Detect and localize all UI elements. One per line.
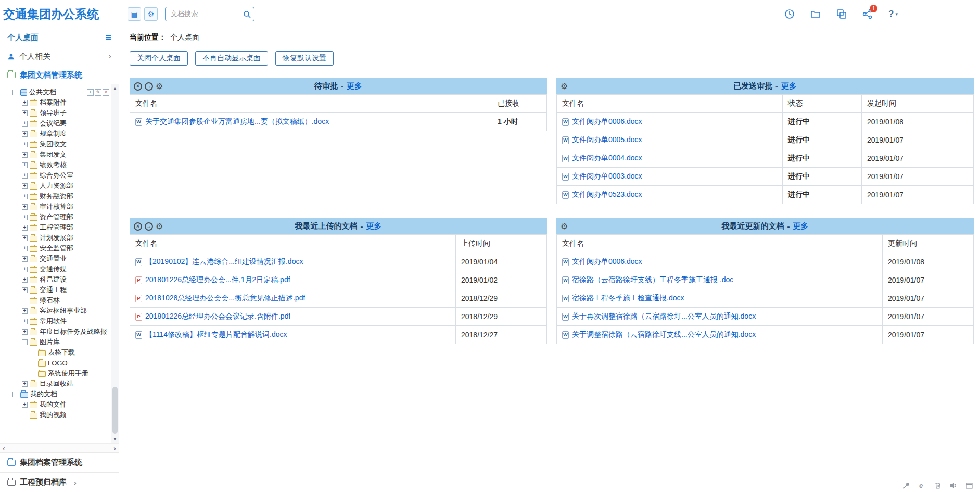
tree-toggle-icon[interactable] [22, 152, 28, 158]
tree-item-label[interactable]: 安全监管部 [40, 244, 73, 253]
tree-item-label[interactable]: 我的视频 [40, 410, 67, 420]
tree-item-label[interactable]: 计划发展部 [40, 233, 73, 243]
trash-icon[interactable] [935, 482, 941, 489]
panel-popout-icon[interactable]: → [145, 82, 153, 91]
more-link[interactable]: 更多 [347, 81, 362, 91]
panel-close-icon[interactable]: × [134, 222, 142, 231]
speaker-icon[interactable] [950, 482, 957, 489]
tree-item[interactable]: 计划发展部 [0, 233, 119, 243]
tree-item[interactable]: 集团发文 [0, 149, 119, 160]
file-link[interactable]: 关于调整宿徐路（云宿路徐圩支线...公室人员的通知.docx [572, 330, 756, 339]
tree-item[interactable]: 科昌建设 [0, 274, 119, 285]
chevron-right-icon[interactable]: › [108, 51, 111, 61]
tree-item[interactable]: 档案附件 [0, 97, 119, 108]
tree-item[interactable]: 交通工程 [0, 285, 119, 295]
tree-item-label[interactable]: 常用软件 [40, 317, 67, 326]
file-link[interactable]: 文件阅办单0006.docx [572, 117, 642, 127]
restore-defaults-button[interactable]: 恢复默认设置 [275, 51, 334, 66]
file-link[interactable]: 【1114修改稿】枢纽专题片配音解说词.docx [145, 330, 287, 339]
file-link[interactable]: 201801226总经理办公会会议记录.含附件.pdf [145, 312, 290, 321]
panel-settings-icon[interactable]: ⚙ [561, 222, 568, 231]
tree-toggle-icon[interactable] [22, 277, 28, 283]
tree-item-label[interactable]: 绩效考核 [40, 160, 67, 170]
tree-item[interactable]: 资产管理部 [0, 212, 119, 222]
tree-item-label[interactable]: 年度目标任务及战略报 [40, 327, 107, 336]
more-link[interactable]: 更多 [366, 221, 382, 231]
sidebar-item-doc-system[interactable]: 集团文档管理系统 [0, 66, 119, 84]
tree-item[interactable]: 图片库 [0, 337, 119, 347]
tree-item[interactable]: 客运枢纽事业部 [0, 306, 119, 316]
tree-item[interactable]: 交通置业 [0, 254, 119, 264]
tree-item[interactable]: 集团收文 [0, 139, 119, 149]
tree-toggle-icon[interactable] [12, 392, 18, 397]
file-link[interactable]: 宿徐路工程冬季施工检查通报.docx [572, 294, 684, 303]
more-link[interactable]: 更多 [781, 81, 797, 91]
history-icon[interactable] [784, 9, 795, 19]
tree-item-label[interactable]: 我的文件 [40, 400, 67, 409]
tree-item[interactable]: 人力资源部 [0, 181, 119, 191]
tree-toggle-icon[interactable] [22, 319, 28, 324]
tree-item[interactable]: 系统使用手册 [0, 368, 119, 379]
scroll-up-icon[interactable]: ▲ [111, 84, 119, 92]
panel-close-icon[interactable]: × [134, 82, 142, 91]
file-link[interactable]: 文件阅办单0006.docx [572, 257, 642, 267]
tree-toggle-icon[interactable] [22, 308, 28, 314]
settings-button[interactable]: ⚙ [144, 7, 158, 21]
tree-item-label[interactable]: 目录回收站 [40, 379, 73, 388]
scroll-right-icon[interactable]: › [113, 444, 116, 452]
file-link[interactable]: 宿徐路（云宿路徐圩支线）工程冬季施工通报 .doc [572, 275, 733, 285]
tree-toggle-icon[interactable] [22, 235, 28, 241]
tree-item-label[interactable]: 集团发文 [40, 150, 67, 159]
delete-node-icon[interactable] [103, 89, 109, 96]
tree-toggle-icon[interactable] [22, 402, 28, 408]
tree-item[interactable]: 领导班子 [0, 108, 119, 118]
tree-toggle-icon[interactable] [22, 194, 28, 199]
add-node-icon[interactable] [87, 89, 94, 96]
tree-item-label[interactable]: 客运枢纽事业部 [40, 306, 87, 316]
file-link[interactable]: 文件阅办单0005.docx [572, 135, 642, 145]
window-icon[interactable] [966, 483, 973, 489]
tree-item-label[interactable]: LOGO [48, 359, 68, 367]
file-link[interactable]: 文件阅办单0003.docx [572, 172, 642, 181]
tree-toggle-icon[interactable] [22, 329, 28, 335]
tree-item-label[interactable]: 交通传媒 [40, 264, 67, 274]
tree-item[interactable]: 规章制度 [0, 129, 119, 139]
search-input[interactable] [165, 7, 254, 21]
tree-item-label[interactable]: 资产管理部 [40, 212, 73, 222]
tree-item[interactable]: 公共文档 [0, 87, 119, 97]
tree-item-label[interactable]: 绿石林 [40, 296, 60, 305]
tree-toggle-icon[interactable] [22, 121, 28, 127]
tree-item[interactable]: 年度目标任务及战略报 [0, 326, 119, 337]
close-desktop-button[interactable]: 关闭个人桌面 [130, 51, 188, 66]
tree-toggle-icon[interactable] [22, 215, 28, 220]
tree-item-label[interactable]: 系统使用手册 [48, 369, 88, 378]
scroll-down-icon[interactable]: ▼ [111, 435, 119, 443]
sidebar-item-personal-related[interactable]: 个人相关 › [0, 47, 119, 66]
tree-item[interactable]: LOGO [0, 358, 119, 368]
file-link[interactable]: 关于交通集团参股企业万富通房地...要（拟文稿纸）.docx [145, 117, 329, 127]
panel-settings-icon[interactable]: ⚙ [156, 222, 163, 231]
tree-item-label[interactable]: 人力资源部 [40, 181, 73, 191]
panel-popout-icon[interactable]: → [145, 222, 153, 231]
file-link[interactable]: 201801226总经理办公会...件,1月2日定稿.pdf [145, 275, 290, 285]
tree-toggle-icon[interactable] [22, 256, 28, 262]
tree-item[interactable]: 目录回收站 [0, 379, 119, 389]
tree-toggle-icon[interactable] [22, 287, 28, 293]
tree-horizontal-scrollbar[interactable]: ‹ › [0, 443, 119, 452]
menu-icon[interactable]: ≡ [105, 32, 111, 44]
file-link[interactable]: 20181028总经理办公会会...衡总意见修正描述.pdf [145, 294, 305, 303]
tree-item[interactable]: 安全监管部 [0, 243, 119, 254]
sidebar-item-archive-system[interactable]: 集团档案管理系统 [0, 452, 119, 472]
tree-item-label[interactable]: 审计核算部 [40, 202, 73, 211]
tree-item[interactable]: 我的文件 [0, 399, 119, 410]
tree-item[interactable]: 我的文档 [0, 389, 119, 399]
tree-item[interactable]: 工程管理部 [0, 222, 119, 233]
tree-item[interactable]: 常用软件 [0, 316, 119, 326]
tree-toggle-icon[interactable] [22, 246, 28, 251]
tree-item-label[interactable]: 规章制度 [40, 129, 67, 138]
tree-item-label[interactable]: 领导班子 [40, 108, 67, 118]
tree-toggle-icon[interactable] [22, 204, 28, 210]
tree-vertical-scrollbar[interactable]: ▲ ▼ [111, 84, 119, 443]
tree-item-label[interactable]: 综合办公室 [40, 171, 73, 180]
tree-toggle-icon[interactable] [22, 267, 28, 272]
